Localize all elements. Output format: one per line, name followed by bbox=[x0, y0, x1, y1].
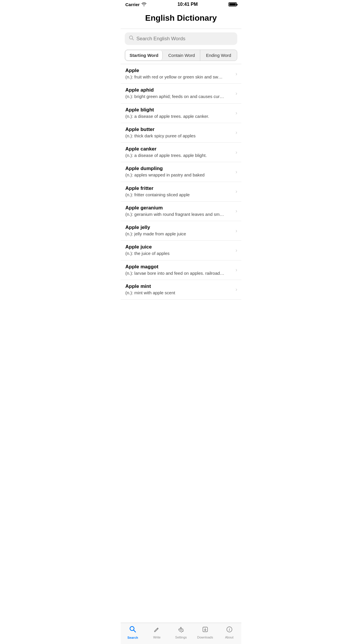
word-title: Apple maggot bbox=[125, 264, 234, 270]
status-left: Carrier bbox=[125, 2, 147, 7]
carrier-label: Carrier bbox=[125, 2, 140, 7]
chevron-icon: › bbox=[236, 169, 237, 175]
word-content: Apple blight (n.): a disease of apple tr… bbox=[125, 107, 234, 119]
word-content: Apple jelly (n.): jelly made from apple … bbox=[125, 225, 234, 237]
word-title: Apple canker bbox=[125, 146, 234, 152]
segment-ending-word[interactable]: Ending Word bbox=[200, 50, 237, 61]
word-content: Apple mint (n.): mint with apple scent bbox=[125, 284, 234, 296]
word-title: Apple aphid bbox=[125, 87, 234, 93]
word-title: Apple jelly bbox=[125, 225, 234, 230]
word-list-item[interactable]: Apple aphid (n.): bright green aphid; fe… bbox=[121, 84, 241, 103]
word-desc: (n.): apples wrapped in pastry and baked bbox=[125, 172, 224, 178]
word-desc: (n.): bright green aphid; feeds on and c… bbox=[125, 94, 224, 99]
chevron-icon: › bbox=[236, 267, 237, 273]
word-title: Apple blight bbox=[125, 107, 234, 113]
chevron-icon: › bbox=[236, 110, 237, 116]
search-icon bbox=[129, 35, 134, 42]
word-title: Apple butter bbox=[125, 127, 234, 132]
word-title: Apple bbox=[125, 68, 234, 74]
chevron-icon: › bbox=[236, 208, 237, 214]
word-desc: (n.): larvae bore into and feed on apple… bbox=[125, 270, 224, 276]
word-list-item[interactable]: Apple juice (n.): the juice of apples › bbox=[121, 241, 241, 260]
status-time: 10:41 PM bbox=[178, 2, 198, 7]
status-bar: Carrier 10:41 PM bbox=[121, 0, 241, 8]
chevron-icon: › bbox=[236, 286, 237, 293]
word-desc: (n.): a disease of apple trees. apple ca… bbox=[125, 113, 224, 119]
search-bar[interactable] bbox=[125, 32, 237, 45]
word-list-item[interactable]: Apple blight (n.): a disease of apple tr… bbox=[121, 104, 241, 123]
word-content: Apple (n.): fruit with red or yellow or … bbox=[125, 68, 234, 80]
word-desc: (n.): a disease of apple trees. apple bl… bbox=[125, 153, 224, 158]
word-desc: (n.): mint with apple scent bbox=[125, 290, 224, 296]
svg-line-1 bbox=[132, 39, 134, 40]
chevron-icon: › bbox=[236, 90, 237, 97]
word-content: Apple aphid (n.): bright green aphid; fe… bbox=[125, 87, 234, 99]
word-title: Apple geranium bbox=[125, 205, 234, 211]
word-list-item[interactable]: Apple dumpling (n.): apples wrapped in p… bbox=[121, 162, 241, 182]
word-content: Apple dumpling (n.): apples wrapped in p… bbox=[125, 166, 234, 178]
word-desc: (n.): jelly made from apple juice bbox=[125, 231, 224, 237]
chevron-icon: › bbox=[236, 188, 237, 195]
word-title: Apple juice bbox=[125, 244, 234, 250]
chevron-icon: › bbox=[236, 130, 237, 136]
search-bar-container bbox=[121, 29, 241, 48]
word-desc: (n.): fritter containing sliced apple bbox=[125, 192, 224, 198]
word-title: Apple dumpling bbox=[125, 166, 234, 172]
word-list-item[interactable]: Apple jelly (n.): jelly made from apple … bbox=[121, 221, 241, 241]
chevron-icon: › bbox=[236, 228, 237, 234]
word-desc: (n.): the juice of apples bbox=[125, 251, 224, 256]
segment-starting-word[interactable]: Starting Word bbox=[126, 50, 163, 60]
word-desc: (n.): thick dark spicy puree of apples bbox=[125, 133, 224, 139]
word-desc: (n.): geranium with round fragrant leave… bbox=[125, 211, 224, 217]
word-content: Apple juice (n.): the juice of apples bbox=[125, 244, 234, 256]
word-desc: (n.): fruit with red or yellow or green … bbox=[125, 74, 224, 80]
chevron-icon: › bbox=[236, 247, 237, 253]
word-title: Apple mint bbox=[125, 284, 234, 289]
chevron-icon: › bbox=[236, 71, 237, 77]
word-title: Apple fritter bbox=[125, 186, 234, 191]
word-list-item[interactable]: Apple fritter (n.): fritter containing s… bbox=[121, 182, 241, 202]
word-content: Apple butter (n.): thick dark spicy pure… bbox=[125, 127, 234, 139]
word-list-item[interactable]: Apple butter (n.): thick dark spicy pure… bbox=[121, 123, 241, 143]
word-list-item[interactable]: Apple canker (n.): a disease of apple tr… bbox=[121, 143, 241, 162]
wifi-icon bbox=[141, 2, 147, 7]
chevron-icon: › bbox=[236, 149, 237, 155]
segment-contain-word[interactable]: Contain Word bbox=[163, 50, 200, 61]
word-content: Apple canker (n.): a disease of apple tr… bbox=[125, 146, 234, 158]
word-list-item[interactable]: Apple (n.): fruit with red or yellow or … bbox=[121, 64, 241, 84]
word-list: Apple (n.): fruit with red or yellow or … bbox=[121, 64, 241, 300]
status-right bbox=[229, 2, 237, 6]
word-list-item[interactable]: Apple maggot (n.): larvae bore into and … bbox=[121, 260, 241, 280]
word-list-item[interactable]: Apple mint (n.): mint with apple scent › bbox=[121, 280, 241, 300]
segment-control[interactable]: Starting Word Contain Word Ending Word bbox=[125, 50, 237, 61]
word-list-item[interactable]: Apple geranium (n.): geranium with round… bbox=[121, 202, 241, 221]
word-content: Apple geranium (n.): geranium with round… bbox=[125, 205, 234, 217]
search-input[interactable] bbox=[136, 36, 233, 42]
word-content: Apple maggot (n.): larvae bore into and … bbox=[125, 264, 234, 276]
battery-icon bbox=[229, 2, 237, 6]
word-content: Apple fritter (n.): fritter containing s… bbox=[125, 186, 234, 198]
page-title: English Dictionary bbox=[121, 8, 241, 29]
